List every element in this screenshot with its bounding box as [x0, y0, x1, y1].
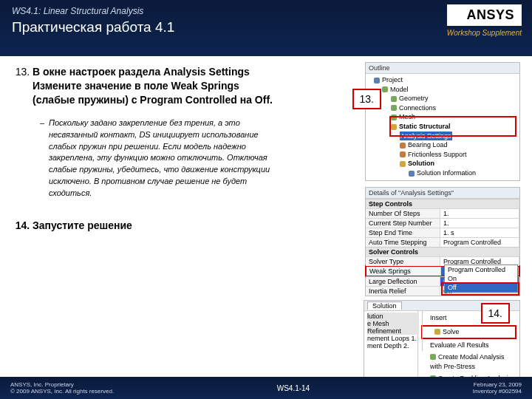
ctx-modal[interactable]: Create Modal Analysis with Pre-Stress: [418, 352, 519, 373]
frag-loops: nement Loops 1.: [367, 335, 419, 342]
screenshot-column: Outline Project Model Geometry Connectio…: [365, 62, 520, 302]
tree-frictionless[interactable]: Frictionless Support: [373, 150, 516, 160]
step-13-note: Поскольку задано закрепление без трения,…: [40, 117, 284, 200]
slide-header: WS4.1: Linear Structural Analysis Практи…: [0, 0, 532, 56]
ctx-solve[interactable]: Solve: [421, 325, 516, 340]
footer-date: February 23, 2009: [473, 381, 522, 388]
tree-connections[interactable]: Connections: [373, 103, 516, 113]
row-current-step[interactable]: Current Step Number1.: [366, 218, 519, 228]
row-auto-ts[interactable]: Auto Time SteppingProgram Controlled: [366, 237, 519, 247]
frag-mesh: e Mesh Refinement: [367, 320, 419, 335]
details-title: Details of "Analysis Settings": [366, 188, 519, 199]
footer-inventory: Inventory #002594: [473, 388, 522, 395]
bearing-icon: [400, 143, 406, 149]
footer-proprietary: ANSYS, Inc. Proprietary: [10, 381, 114, 388]
project-icon: [374, 78, 380, 83]
step-13: В окне настроек раздела Analysis Setting…: [33, 65, 284, 200]
tree-project[interactable]: Project: [373, 75, 516, 85]
group-solver-controls: Solver Controls: [366, 247, 519, 256]
supplement-label: Workshop Supplement: [447, 29, 522, 37]
connections-icon: [391, 105, 397, 111]
details-panel: Details of "Analysis Settings" Step Cont…: [365, 187, 520, 296]
footer-left: ANSYS, Inc. Proprietary © 2009 ANSYS, In…: [10, 381, 114, 395]
row-step-end[interactable]: Step End Time1. s: [366, 228, 519, 237]
dd-program-controlled[interactable]: Program Controlled: [445, 265, 517, 274]
tree-model[interactable]: Model: [373, 85, 516, 95]
tree-solution-info[interactable]: Solution Information: [373, 168, 516, 178]
footer-copyright: © 2009 ANSYS, Inc. All rights reserved.: [10, 388, 114, 395]
row-num-steps[interactable]: Number Of Steps1.: [366, 208, 519, 218]
modal-icon: [430, 354, 436, 360]
tree-geometry[interactable]: Geometry: [373, 94, 516, 103]
frictionless-icon: [400, 151, 406, 157]
slide-title: Практическая работа 4.1: [12, 19, 520, 35]
model-icon: [382, 86, 388, 92]
step-14: Запустите решение: [33, 219, 284, 233]
group-step-controls: Step Controls: [366, 199, 519, 208]
ansys-logo: ANSYS: [447, 4, 522, 26]
footer-right: February 23, 2009 Inventory #002594: [473, 381, 522, 395]
slide-footer: ANSYS, Inc. Proprietary © 2009 ANSYS, In…: [0, 377, 532, 399]
footer-pagenum: WS4.1-14: [277, 384, 310, 392]
ctx-eval[interactable]: Evaluate All Results: [418, 340, 519, 352]
solinfo-icon: [409, 171, 415, 177]
outline-panel: Outline Project Model Geometry Connectio…: [365, 62, 520, 181]
highlight-off-option: [441, 282, 519, 296]
logo-block: ANSYS Workshop Supplement: [447, 4, 522, 37]
tree-bearing-load[interactable]: Bearing Load: [373, 140, 516, 150]
geometry-icon: [391, 96, 397, 102]
tree-solution[interactable]: Solution: [373, 159, 516, 168]
step-13-sublist: Поскольку задано закрепление без трения,…: [40, 117, 284, 200]
callout-13: 13.: [352, 89, 381, 109]
callout-14: 14.: [481, 303, 510, 324]
step-14-text: Запустите решение: [33, 219, 132, 231]
highlight-static-structural: [389, 116, 516, 137]
solution-tab[interactable]: Solution: [367, 301, 402, 310]
step-13-text: В окне настроек раздела Analysis Setting…: [33, 66, 273, 106]
left-fragment: lution e Mesh Refinement nement Loops 1.…: [364, 311, 423, 351]
solution-icon: [400, 161, 406, 167]
outline-title: Outline: [366, 63, 519, 74]
frag-depth: ment Depth 2.: [367, 342, 419, 349]
frag-lution: lution: [367, 313, 419, 320]
solve-icon: [434, 329, 440, 335]
chapter-label: WS4.1: Linear Structural Analysis: [12, 6, 520, 16]
